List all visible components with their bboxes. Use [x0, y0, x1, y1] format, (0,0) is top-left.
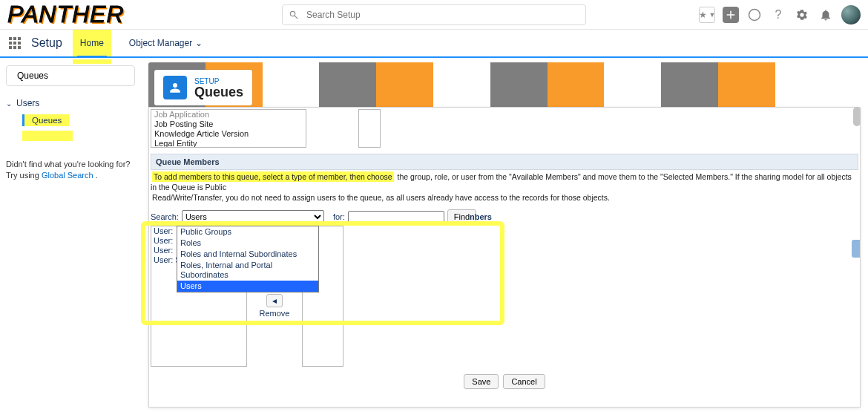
setup-sidebar: ⌄ Users Queues Didn't find what you're l…	[0, 58, 141, 412]
list-item[interactable]: Knowledge Article Version	[151, 129, 306, 139]
help-icon[interactable]: ?	[770, 7, 786, 23]
member-search-input[interactable]	[348, 211, 444, 223]
selected-objects-list[interactable]	[358, 109, 381, 148]
tree-node-users[interactable]: ⌄ Users	[6, 97, 135, 110]
remove-label: Remove	[260, 309, 290, 318]
user-avatar[interactable]	[841, 5, 861, 24]
chevron-down-icon: ⌄	[195, 38, 203, 48]
dropdown-option[interactable]: Roles and Internal Subordinates	[177, 249, 318, 260]
not-found-line2b: .	[96, 171, 98, 180]
search-icon	[289, 10, 299, 20]
scrollbar[interactable]	[852, 107, 861, 408]
search-setup-container[interactable]	[282, 4, 586, 25]
cancel-button[interactable]: Cancel	[503, 374, 545, 389]
main-content: SETUP Queues Job Application Job Posting…	[141, 58, 868, 412]
tree-node-queues-label: Queues	[32, 116, 62, 125]
tab-home[interactable]: Home	[73, 30, 111, 56]
setup-gear-icon[interactable]	[794, 7, 810, 23]
chevron-down-icon: ⌄	[6, 99, 12, 108]
page-header-card: SETUP Queues	[154, 70, 252, 105]
page-header: SETUP Queues	[148, 62, 861, 113]
member-search-row: Search: Users for: Find	[151, 209, 858, 224]
tab-home-label: Home	[80, 38, 104, 48]
member-type-select[interactable]: Users	[182, 210, 324, 223]
app-launcher-icon[interactable]	[9, 37, 21, 49]
chevron-down-icon: ▼	[709, 11, 716, 19]
for-label: for:	[333, 212, 345, 221]
notifications-icon[interactable]	[818, 7, 834, 23]
context-app-name: Setup	[31, 36, 62, 50]
members-zone: User: User: User: User: Security Control…	[151, 226, 858, 367]
tab-object-manager[interactable]: Object Manager ⌄	[122, 30, 210, 56]
selected-members-header-partial: nbers	[447, 212, 492, 221]
not-found-line2a: Try using	[6, 171, 42, 180]
page-title: Queues	[194, 85, 243, 99]
detail-panel: Job Application Job Posting Site Knowled…	[148, 107, 861, 408]
page-eyebrow: SETUP	[194, 77, 243, 85]
global-header: PANTHER ★ ▼ ?	[0, 0, 868, 30]
member-type-dropdown[interactable]: Public Groups Roles Roles and Internal S…	[177, 226, 319, 292]
salesforce-help-icon[interactable]	[746, 7, 763, 23]
footer-buttons: Save Cancel	[149, 368, 860, 396]
tree-node-queues[interactable]: Queues	[22, 114, 69, 126]
tab-object-manager-label: Object Manager	[129, 38, 192, 48]
search-setup-input[interactable]	[305, 9, 579, 21]
star-icon: ★	[699, 10, 707, 20]
dropdown-option[interactable]: Roles, Internal and Portal Subordinates	[177, 260, 318, 281]
dropdown-option-selected[interactable]: Users	[177, 281, 318, 292]
favorites-menu[interactable]: ★ ▼	[699, 7, 715, 23]
queue-members-help-highlight: To add members to this queue, select a t…	[152, 171, 394, 182]
highlight-mark	[22, 131, 73, 141]
queue-members-help-rest2: Read/Write/Transfer, you do not need to …	[151, 192, 858, 204]
quick-find[interactable]	[6, 65, 135, 86]
list-item[interactable]: Job Posting Site	[151, 120, 306, 129]
global-search-link[interactable]: Global Search	[42, 171, 93, 180]
list-item[interactable]: Job Application	[151, 110, 306, 120]
tree-node-users-label: Users	[16, 98, 39, 108]
queues-icon	[163, 76, 187, 99]
context-bar: Setup Home Object Manager ⌄	[0, 30, 868, 58]
dropdown-option[interactable]: Roles	[177, 238, 318, 249]
remove-button[interactable]: ◂	[266, 294, 283, 307]
scroll-thumb[interactable]	[853, 107, 861, 126]
app-logo: PANTHER	[7, 1, 125, 28]
not-found-hint: Didn't find what you're looking for? Try…	[6, 159, 135, 182]
add-icon[interactable]	[723, 7, 739, 23]
header-icons: ★ ▼ ?	[699, 5, 861, 24]
not-found-line1: Didn't find what you're looking for?	[6, 160, 130, 169]
supported-objects-list[interactable]: Job Application Job Posting Site Knowled…	[151, 109, 306, 148]
setup-tree: ⌄ Users Queues	[6, 97, 135, 141]
save-button[interactable]: Save	[464, 374, 499, 389]
section-queue-members: Queue Members	[151, 154, 858, 170]
dropdown-option[interactable]: Public Groups	[177, 226, 318, 238]
quick-find-input[interactable]	[16, 70, 130, 82]
search-label: Search:	[151, 212, 179, 221]
list-item[interactable]: Legal Entity	[151, 139, 306, 148]
